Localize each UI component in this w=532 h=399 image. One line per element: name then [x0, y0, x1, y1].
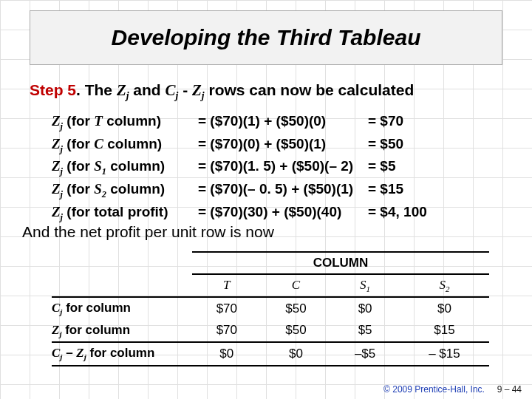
- col-head: T: [192, 274, 262, 297]
- calc-row: Zj (for C column) = ($70)(0) + ($50)(1) …: [52, 134, 427, 157]
- calc-expr: = ($70)(30) + ($50)(40): [198, 202, 368, 225]
- net-profit-table: COLUMN T C S1 S2 Cj for column $70 $50 $…: [52, 251, 489, 366]
- cell: –$5: [330, 342, 400, 365]
- z-italic-2: Z: [192, 81, 202, 99]
- column-group-header: COLUMN: [192, 252, 489, 274]
- calc-var: Z: [52, 158, 61, 174]
- table-row: Zj for column $70 $50 $5 $15: [52, 320, 489, 342]
- calc-tail: column): [106, 158, 165, 174]
- calc-var: Z: [52, 181, 61, 197]
- row-label: Zj for column: [52, 320, 192, 342]
- calc-for: (for total profit): [63, 204, 168, 219]
- calc-row: Zj (for total profit) = ($70)(30) + ($50…: [52, 202, 427, 225]
- calc-for: (for: [63, 158, 94, 174]
- cell: $50: [262, 297, 331, 319]
- calc-tail: column): [103, 113, 161, 129]
- cell: $70: [192, 297, 262, 319]
- calc-result: = $70: [368, 111, 403, 134]
- step-dash: -: [178, 81, 192, 98]
- table-row: Cj for column $70 $50 $0 $0: [52, 297, 489, 319]
- title-banner: Developing the Third Tableau: [30, 10, 502, 65]
- calc-col: S: [94, 158, 102, 174]
- cell: $50: [262, 320, 331, 342]
- cell: $5: [330, 320, 400, 342]
- col-head: S1: [330, 274, 400, 297]
- z-italic: Z: [117, 81, 126, 99]
- calc-expr: = ($70)(0) + ($50)(1): [198, 134, 368, 157]
- cell: $0: [192, 342, 262, 365]
- step-sentence: Step 5. The Zj and Cj - Zj rows can now …: [30, 81, 414, 102]
- calc-tail: column): [103, 136, 162, 151]
- calc-col: T: [94, 113, 103, 129]
- calc-row: Zj (for S2 column) = ($70)(– 0. 5) + ($5…: [52, 179, 427, 202]
- calc-col: S: [94, 181, 102, 197]
- calc-expr: = ($70)(– 0. 5) + ($50)(1): [198, 179, 368, 202]
- calc-col: C: [94, 136, 103, 151]
- cell: $70: [192, 320, 262, 342]
- calc-result: = $50: [368, 134, 403, 157]
- calc-result: = $5: [368, 156, 396, 179]
- row-label: Cj – Zj for column: [52, 342, 192, 365]
- calc-row: Zj (for T column) = ($70)(1) + ($50)(0) …: [52, 111, 427, 134]
- calc-result: = $15: [368, 179, 403, 202]
- c-italic: C: [166, 81, 176, 99]
- row-label: Cj for column: [52, 297, 192, 319]
- calc-row: Zj (for S1 column) = ($70)(1. 5) + ($50)…: [52, 156, 427, 179]
- cell: $15: [400, 320, 489, 342]
- table-row: Cj – Zj for column $0 $0 –$5 – $15: [52, 342, 489, 365]
- calc-var: Z: [52, 113, 61, 129]
- col-head: C: [262, 274, 331, 297]
- step-post: rows can now be calculated: [205, 81, 415, 98]
- cell: $0: [262, 342, 331, 365]
- cell: $0: [330, 297, 400, 319]
- step-pre: The: [81, 81, 117, 98]
- calc-for: (for: [63, 136, 94, 151]
- col-head: S2: [400, 274, 489, 297]
- copyright: © 2009 Prentice-Hall, Inc.: [383, 384, 485, 395]
- calc-for: (for: [63, 181, 94, 197]
- step-and: and: [129, 81, 166, 98]
- calc-expr: = ($70)(1. 5) + ($50)(– 2): [198, 156, 368, 179]
- calc-expr: = ($70)(1) + ($50)(0): [198, 111, 368, 134]
- footer: © 2009 Prentice-Hall, Inc. 9 – 44: [383, 384, 522, 395]
- net-profit-line: And the net profit per unit row is now: [22, 223, 274, 241]
- cell: $0: [400, 297, 489, 319]
- calculations-block: Zj (for T column) = ($70)(1) + ($50)(0) …: [52, 111, 427, 224]
- calc-for: (for: [63, 113, 94, 129]
- cell: – $15: [400, 342, 489, 365]
- calc-tail: column): [106, 181, 165, 197]
- calc-var: Z: [52, 204, 61, 219]
- page-number: 9 – 44: [497, 384, 522, 395]
- slide-title: Developing the Third Tableau: [112, 25, 421, 50]
- calc-var: Z: [52, 136, 61, 151]
- step-label: Step 5: [30, 81, 76, 98]
- calc-result: = $4, 100: [368, 202, 427, 225]
